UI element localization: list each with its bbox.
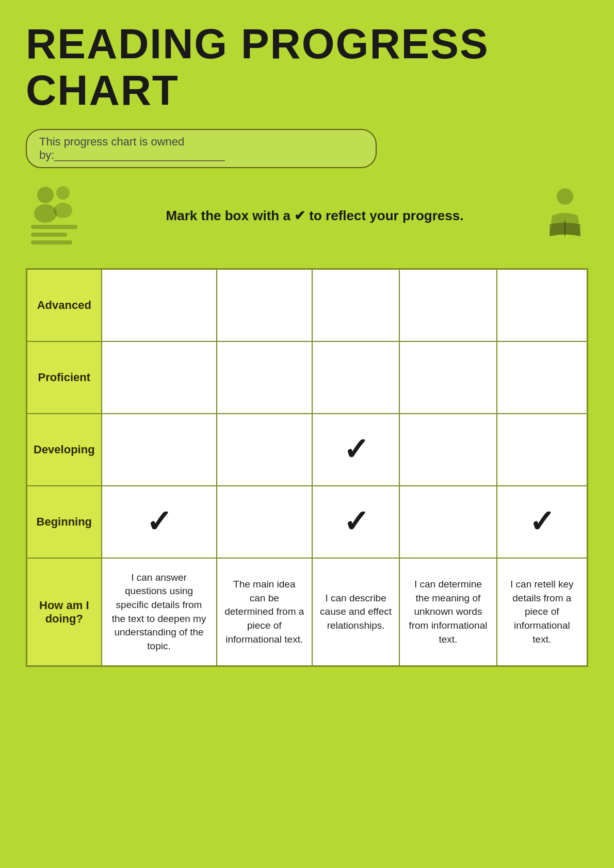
label-how-am-i-doing: How am I doing? — [27, 558, 102, 666]
svg-rect-5 — [31, 233, 67, 237]
svg-point-0 — [37, 187, 54, 203]
check-beginning-col5: ✓ — [529, 504, 555, 539]
cell-advanced-col5[interactable] — [497, 269, 588, 341]
cell-proficient-col1[interactable] — [102, 341, 217, 414]
cell-beginning-col5[interactable]: ✓ — [497, 486, 588, 558]
row-advanced: Advanced — [27, 269, 588, 341]
desc-col3: I can describe cause and effect relation… — [312, 558, 399, 666]
svg-point-2 — [34, 204, 57, 223]
desc-col4: I can determine the meaning of unknown w… — [399, 558, 496, 666]
svg-rect-4 — [31, 225, 77, 229]
cell-beginning-col4[interactable] — [399, 486, 496, 558]
ownership-label: This progress chart is owned by:________… — [26, 129, 377, 168]
label-proficient: Proficient — [27, 341, 102, 414]
svg-point-3 — [54, 203, 72, 218]
cell-advanced-col3[interactable] — [312, 269, 399, 341]
row-developing: Developing ✓ — [27, 414, 588, 486]
cell-advanced-col4[interactable] — [399, 269, 496, 341]
desc-col5: I can retell key details from a piece of… — [497, 558, 588, 666]
cell-proficient-col4[interactable] — [399, 341, 496, 414]
cell-proficient-col2[interactable] — [217, 341, 313, 414]
check-beginning-col1: ✓ — [146, 504, 172, 539]
label-advanced: Advanced — [27, 269, 102, 341]
row-proficient: Proficient — [27, 341, 588, 414]
cell-developing-col5[interactable] — [497, 414, 588, 486]
page-title: READING PROGRESS CHART — [26, 21, 588, 113]
teacher-icon — [26, 184, 93, 248]
cell-proficient-col3[interactable] — [312, 341, 399, 414]
cell-advanced-col2[interactable] — [217, 269, 313, 341]
cell-developing-col2[interactable] — [217, 414, 313, 486]
instruction-text: Mark the box with a ✔ to reflect your pr… — [93, 208, 537, 224]
header-row: Mark the box with a ✔ to reflect your pr… — [26, 184, 588, 248]
row-beginning: Beginning ✓ ✓ ✓ — [27, 486, 588, 558]
svg-point-1 — [56, 186, 70, 200]
svg-rect-6 — [31, 240, 72, 244]
cell-advanced-col1[interactable] — [102, 269, 217, 341]
progress-table: Advanced Proficient Developing ✓ Beg — [26, 268, 588, 667]
label-developing: Developing — [27, 414, 102, 486]
row-how-am-i-doing: How am I doing? I can answer questions u… — [27, 558, 588, 666]
cell-developing-col1[interactable] — [102, 414, 217, 486]
cell-beginning-col2[interactable] — [217, 486, 313, 558]
label-beginning: Beginning — [27, 486, 102, 558]
cell-beginning-col1[interactable]: ✓ — [102, 486, 217, 558]
check-developing-col3: ✓ — [343, 432, 369, 467]
cell-developing-col3[interactable]: ✓ — [312, 414, 399, 486]
cell-developing-col4[interactable] — [399, 414, 496, 486]
desc-col1: I can answer questions using specific de… — [102, 558, 217, 666]
svg-point-7 — [557, 188, 573, 205]
check-beginning-col3: ✓ — [343, 504, 369, 539]
cell-proficient-col5[interactable] — [497, 341, 588, 414]
cell-beginning-col3[interactable]: ✓ — [312, 486, 399, 558]
reader-icon — [537, 187, 588, 244]
desc-col2: The main idea can be determined from a p… — [217, 558, 313, 666]
